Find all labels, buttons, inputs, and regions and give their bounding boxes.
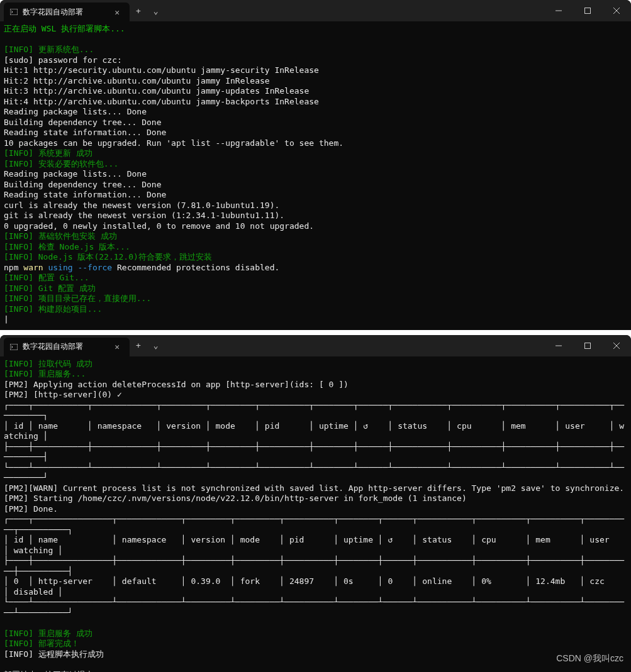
svg-rect-0 [10, 9, 18, 15]
output-line: Hit:3 http://archive.ubuntu.com/ubuntu j… [4, 86, 627, 97]
output-line: [INFO] 拉取代码 成功 [4, 359, 627, 370]
close-tab-icon[interactable]: ✕ [111, 341, 123, 353]
svg-rect-5 [10, 344, 18, 350]
watermark: CSDN @我叫czc [556, 653, 623, 664]
tab-active[interactable]: 数字花园自动部署 ✕ [4, 338, 130, 356]
output-line: └────┴───────────┴─────────────┴────────… [4, 463, 627, 483]
output-line: Building dependency tree... Done [4, 118, 627, 128]
new-tab-button[interactable]: + [130, 0, 147, 21]
output-line: Reading package lists... Done [4, 169, 627, 180]
output-line: Hit:2 http://archive.ubuntu.com/ubuntu j… [4, 76, 627, 87]
terminal-icon [10, 9, 18, 15]
terminal-bottom: 数字花园自动部署 ✕ + ⌄ [INFO] 拉取代码 成功[INFO] 重启服务… [0, 335, 631, 673]
output-line: └────┴────────────────┴─────────────┴───… [4, 597, 627, 618]
output-line: [sudo] password for czc: [4, 55, 627, 66]
titlebar: 数字花园自动部署 ✕ + ⌄ [0, 0, 631, 21]
new-tab-button[interactable]: + [130, 335, 147, 356]
output-line: [INFO] 安装必要的软件包... [4, 159, 627, 170]
output-line: npm warn using --force Recommended prote… [4, 263, 627, 273]
output-line: [PM2][WARN] Current process list is not … [4, 483, 627, 494]
tab-title: 数字花园自动部署 [23, 7, 106, 18]
svg-rect-7 [585, 343, 591, 348]
output-line: Hit:4 http://archive.ubuntu.com/ubuntu j… [4, 97, 627, 107]
output-line: [INFO] 构建原始项目... [4, 304, 627, 315]
tab-dropdown-button[interactable]: ⌄ [147, 335, 165, 356]
output-line: [INFO] 重启服务 成功 [4, 629, 627, 639]
titlebar: 数字花园自动部署 ✕ + ⌄ [0, 335, 631, 356]
output-line: [PM2] Starting /home/czc/.nvm/versions/n… [4, 493, 627, 504]
output-line: Reading state information... Done [4, 190, 627, 201]
minimize-button[interactable] [544, 0, 573, 21]
output-line: ┌────┬────────────────┬─────────────┬───… [4, 514, 627, 535]
close-tab-icon[interactable]: ✕ [111, 6, 123, 18]
output-line: │ id │ name │ namespace │ version │ mode… [4, 421, 627, 442]
output-line: [INFO] 系统更新 成功 [4, 148, 627, 159]
output-line: [INFO] 检查 Node.js 版本... [4, 242, 627, 253]
output-line: | [4, 314, 627, 325]
output-line: git is already the newest version (1:2.3… [4, 211, 627, 221]
output-line: [PM2] Done. [4, 504, 627, 515]
output-line: Reading package lists... Done [4, 107, 627, 118]
output-line: [INFO] 基础软件包安装 成功 [4, 231, 627, 242]
output-line: [INFO] 配置 Git... [4, 273, 627, 284]
output-line: [PM2] Applying action deleteProcessId on… [4, 380, 627, 390]
output-line: │ 0 │ http-server │ default │ 0.39.0 │ f… [4, 576, 627, 597]
output-line: [INFO] Git 配置 成功 [4, 284, 627, 294]
output-line: 部署结束，按回车键退出... [4, 670, 627, 673]
output-line: 0 upgraded, 0 newly installed, 0 to remo… [4, 221, 627, 232]
tab-title: 数字花园自动部署 [23, 341, 106, 352]
output-line: [INFO] 部署完成！ [4, 639, 627, 649]
output-line: [INFO] Node.js 版本(22.12.0)符合要求，跳过安装 [4, 252, 627, 263]
svg-rect-2 [585, 8, 591, 14]
output-line: 正在启动 WSL 执行部署脚本... [4, 24, 627, 35]
output-line: [PM2] [http-server](0) ✓ [4, 390, 627, 400]
terminal-output[interactable]: [INFO] 拉取代码 成功[INFO] 重启服务...[PM2] Applyi… [0, 356, 631, 673]
output-line [4, 35, 627, 45]
maximize-button[interactable] [573, 335, 602, 356]
output-line: [INFO] 远程脚本执行成功 [4, 649, 627, 660]
output-line [4, 659, 627, 670]
tab-active[interactable]: 数字花园自动部署 ✕ [4, 3, 130, 21]
maximize-button[interactable] [573, 0, 602, 21]
terminal-icon [10, 344, 18, 350]
minimize-button[interactable] [544, 335, 573, 356]
output-line: ┌────┬───────────┬─────────────┬────────… [4, 400, 627, 421]
output-line [4, 618, 627, 629]
terminal-output[interactable]: 正在启动 WSL 执行部署脚本... [INFO] 更新系统包...[sudo]… [0, 21, 631, 330]
output-line: Reading state information... Done [4, 128, 627, 138]
output-line: ├────┼───────────┼─────────────┼────────… [4, 442, 627, 463]
output-line: ├────┼────────────────┼─────────────┼───… [4, 556, 627, 576]
output-line: [INFO] 更新系统包... [4, 45, 627, 55]
output-line: Building dependency tree... Done [4, 180, 627, 190]
output-line: [INFO] 项目目录已存在，直接使用... [4, 294, 627, 304]
output-line: Hit:1 http://security.ubuntu.com/ubuntu … [4, 65, 627, 76]
output-line: 10 packages can be upgraded. Run 'apt li… [4, 138, 627, 149]
close-window-button[interactable] [602, 0, 631, 21]
output-line: [INFO] 重启服务... [4, 369, 627, 380]
output-line: curl is already the newest version (7.81… [4, 201, 627, 211]
terminal-top: 数字花园自动部署 ✕ + ⌄ 正在启动 WSL 执行部署脚本... [INFO]… [0, 0, 631, 330]
tab-dropdown-button[interactable]: ⌄ [147, 0, 165, 21]
output-line: │ id │ name │ namespace │ version │ mode… [4, 535, 627, 556]
close-window-button[interactable] [602, 335, 631, 356]
